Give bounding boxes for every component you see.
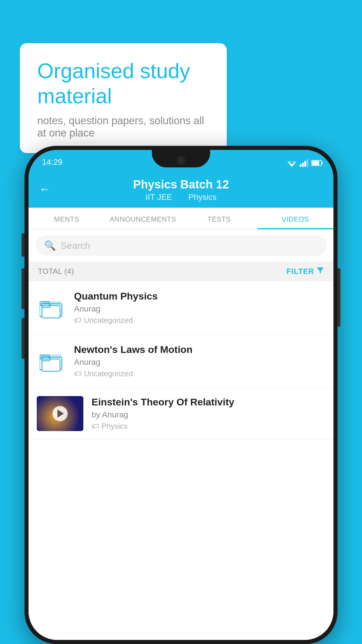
tab-announcements[interactable]: ANNOUNCEMENTS bbox=[105, 208, 181, 229]
filter-label: FILTER bbox=[287, 267, 314, 276]
battery-icon bbox=[311, 160, 323, 166]
video-list: Quantum Physics Anurag 🏷 Uncategorized bbox=[29, 281, 333, 640]
filter-bar: TOTAL (4) FILTER bbox=[29, 262, 333, 281]
video-item-2[interactable]: Newton's Laws of Motion Anurag 🏷 Uncateg… bbox=[29, 335, 333, 388]
folder-icon-1 bbox=[40, 296, 63, 319]
phone-button-left1 bbox=[22, 233, 24, 257]
funnel-svg bbox=[317, 267, 324, 274]
svg-marker-10 bbox=[317, 267, 324, 273]
video-info-3: Einstein's Theory Of Relativity by Anura… bbox=[92, 396, 325, 431]
svg-rect-9 bbox=[312, 161, 319, 165]
svg-marker-2 bbox=[290, 164, 294, 167]
video-author-3: by Anurag bbox=[92, 410, 325, 419]
total-count-label: TOTAL (4) bbox=[38, 267, 74, 276]
play-button-3[interactable] bbox=[52, 406, 68, 421]
filter-button[interactable]: FILTER bbox=[287, 267, 324, 276]
svg-rect-4 bbox=[302, 163, 304, 167]
bubble-subtitle: notes, question papers, solutions all at… bbox=[37, 115, 209, 139]
phone-screen: 14:29 bbox=[29, 150, 333, 640]
tab-ments[interactable]: MENTS bbox=[29, 208, 105, 229]
filter-funnel-icon bbox=[317, 267, 324, 276]
svg-rect-8 bbox=[321, 162, 323, 164]
tag-icon-1: 🏷 bbox=[74, 316, 82, 325]
header-subtitle: IIT JEE Physics bbox=[39, 192, 323, 202]
bubble-title: Organised study material bbox=[37, 58, 209, 109]
camera-dot bbox=[177, 156, 185, 164]
search-icon: 🔍 bbox=[44, 240, 56, 251]
svg-rect-5 bbox=[304, 161, 306, 167]
header-title: Physics Batch 12 bbox=[39, 177, 323, 191]
phone-button-left3 bbox=[22, 318, 24, 359]
video-author-1: Anurag bbox=[74, 304, 325, 314]
tab-tests[interactable]: TESTS bbox=[181, 208, 257, 229]
wifi-icon bbox=[287, 159, 297, 167]
speech-bubble-card: Organised study material notes, question… bbox=[20, 43, 227, 153]
video-tag-3: 🏷 Physics bbox=[92, 422, 325, 431]
play-triangle-3 bbox=[57, 410, 64, 418]
search-placeholder: Search bbox=[61, 240, 90, 251]
video-thumbnail-3 bbox=[37, 396, 83, 431]
video-title-3: Einstein's Theory Of Relativity bbox=[92, 396, 325, 408]
folder-icon-wrap-1 bbox=[37, 293, 66, 322]
tag-label-3: Physics bbox=[101, 422, 128, 431]
phone-outer: 14:29 bbox=[24, 146, 338, 644]
video-tag-2: 🏷 Uncategorized bbox=[74, 369, 325, 378]
tabs-bar: MENTS ANNOUNCEMENTS TESTS VIDEOS bbox=[29, 208, 333, 230]
header-subtitle-iit: IIT JEE bbox=[145, 192, 172, 202]
phone-notch bbox=[152, 150, 210, 167]
video-tag-1: 🏷 Uncategorized bbox=[74, 316, 325, 325]
search-container: 🔍 Search bbox=[29, 230, 333, 262]
video-author-2: Anurag bbox=[74, 358, 325, 367]
phone-button-right bbox=[338, 268, 340, 327]
speech-bubble: Organised study material notes, question… bbox=[20, 43, 227, 153]
phone-mockup: 14:29 bbox=[24, 146, 338, 644]
back-button[interactable]: ← bbox=[39, 183, 51, 196]
status-time: 14:29 bbox=[39, 158, 62, 167]
tag-icon-3: 🏷 bbox=[92, 422, 99, 431]
video-info-2: Newton's Laws of Motion Anurag 🏷 Uncateg… bbox=[74, 344, 325, 378]
video-info-1: Quantum Physics Anurag 🏷 Uncategorized bbox=[74, 290, 325, 325]
tag-label-2: Uncategorized bbox=[84, 369, 133, 378]
tag-label-1: Uncategorized bbox=[84, 316, 133, 325]
status-icons bbox=[287, 159, 323, 167]
app-header: ← Physics Batch 12 IIT JEE Physics bbox=[29, 170, 333, 208]
folder-icon-2 bbox=[40, 349, 63, 373]
phone-button-left2 bbox=[22, 268, 24, 309]
tab-videos[interactable]: VIDEOS bbox=[257, 208, 334, 229]
search-bar[interactable]: 🔍 Search bbox=[36, 235, 326, 256]
video-item-3[interactable]: Einstein's Theory Of Relativity by Anura… bbox=[29, 388, 333, 440]
app-content: ← Physics Batch 12 IIT JEE Physics MENTS… bbox=[29, 170, 333, 640]
video-title-2: Newton's Laws of Motion bbox=[74, 344, 325, 355]
svg-rect-6 bbox=[307, 159, 308, 167]
header-subtitle-physics: Physics bbox=[188, 192, 216, 202]
signal-icon bbox=[300, 159, 308, 167]
folder-icon-wrap-2 bbox=[37, 346, 66, 376]
video-title-1: Quantum Physics bbox=[74, 290, 325, 302]
video-item[interactable]: Quantum Physics Anurag 🏷 Uncategorized bbox=[29, 281, 333, 335]
tag-icon-2: 🏷 bbox=[74, 369, 82, 378]
svg-rect-3 bbox=[300, 164, 301, 167]
